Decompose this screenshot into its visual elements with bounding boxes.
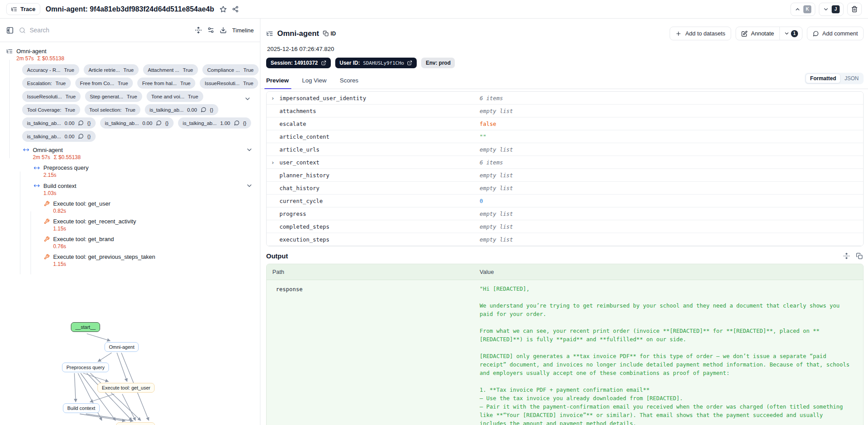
graph-node-preprocess-query[interactable]: Preprocess query: [62, 363, 109, 372]
table-row[interactable]: planner_history empty list: [267, 169, 863, 182]
score-badge[interactable]: Compliance ... True: [202, 64, 259, 75]
tab-log-view[interactable]: Log View: [302, 77, 326, 89]
table-row[interactable]: progress empty list: [267, 207, 863, 220]
score-badge[interactable]: Tone and voi... True: [147, 91, 203, 102]
score-badge[interactable]: Tool selection: True: [85, 104, 140, 115]
pencil-square-icon: [741, 31, 748, 37]
collapse-node-chevron[interactable]: [246, 182, 253, 189]
tree-settings-button[interactable]: [207, 27, 214, 34]
duration: 2m 57s: [16, 55, 34, 62]
row-key: planner_history: [279, 172, 329, 179]
table-row[interactable]: chat_history empty list: [267, 182, 863, 195]
score-badge[interactable]: is_talking_ab... 0.00 {}: [22, 131, 96, 142]
copy-id-button[interactable]: ID: [323, 31, 336, 37]
chevron-down-icon: [244, 95, 251, 102]
add-to-datasets-label: Add to datasets: [685, 30, 725, 37]
score-badge[interactable]: Tool Coverage: True: [22, 104, 80, 115]
graph-node-start[interactable]: __start__: [71, 322, 100, 332]
table-row[interactable]: › impersonated_user_identity 6 items: [267, 92, 863, 105]
tree-node-build-context[interactable]: Build context: [34, 182, 253, 189]
trace-label: Trace: [20, 6, 35, 12]
row-key: escalate: [279, 121, 306, 127]
add-to-datasets-button[interactable]: Add to datasets: [670, 27, 731, 40]
add-comment-button[interactable]: Add comment: [807, 27, 864, 40]
score-badge[interactable]: IssueResoluti... True: [22, 91, 81, 102]
score-badge[interactable]: Escalation: True: [22, 78, 71, 89]
chevron-up-icon: [794, 6, 801, 12]
output-table-header: Path Value: [267, 264, 863, 280]
tree-node-get-brand[interactable]: Execute tool: get_brand: [44, 236, 253, 242]
score-badge[interactable]: Free from Co... True: [75, 78, 133, 89]
tree-node-metrics: 2m 57sΣ $0.55138: [16, 55, 260, 62]
tree-node-get-user[interactable]: Execute tool: get_user: [44, 200, 253, 207]
score-badge[interactable]: IssueResoluti... True: [200, 78, 258, 89]
annotate-dropdown-button[interactable]: 1: [780, 30, 802, 37]
tree-node-span[interactable]: Omni-agent: [23, 146, 253, 153]
score-badge[interactable]: Attachment ... True: [143, 64, 198, 75]
collapse-node-chevron[interactable]: [244, 95, 251, 102]
score-badge[interactable]: is_talking_ab... 0.00 {}: [100, 117, 174, 129]
graph-node-execute-get-user[interactable]: Execute tool: get_user: [97, 383, 155, 393]
tab-scores[interactable]: Scores: [340, 77, 358, 89]
table-row[interactable]: article_urls empty list: [267, 143, 863, 156]
row-value: empty list: [480, 236, 513, 243]
timeline-toggle[interactable]: Timeline: [232, 27, 254, 34]
table-row[interactable]: › user_context 6 items: [267, 156, 863, 169]
duration: 2.15s: [43, 172, 260, 178]
score-badge[interactable]: Step generat... True: [85, 91, 142, 102]
score-badge[interactable]: Accuracy - R... True: [22, 64, 79, 75]
annotate-label: Annotate: [751, 30, 774, 37]
score-name: IssueResoluti...: [205, 81, 240, 86]
next-trace-button[interactable]: J: [819, 3, 844, 16]
graph-node-partial[interactable]: [116, 422, 155, 425]
tree-node-get-previous-steps-taken[interactable]: Execute tool: get_previous_steps_taken: [44, 253, 253, 260]
share-button[interactable]: [232, 6, 239, 12]
bookmark-star-button[interactable]: [220, 6, 227, 13]
score-badge[interactable]: is_talking_ab... 0.00 {}: [145, 104, 218, 115]
row-key: completed_steps: [279, 223, 329, 230]
score-extra: {}: [87, 134, 91, 139]
tree-node-root[interactable]: Omni-agent: [6, 48, 260, 55]
session-badge[interactable]: Session: 14910372: [266, 58, 331, 68]
score-name: Tool Coverage:: [27, 107, 61, 113]
prev-trace-button[interactable]: K: [790, 3, 815, 16]
search-input[interactable]: [30, 27, 190, 34]
score-badge[interactable]: Article retrie... True: [84, 64, 139, 75]
list-tree-icon: [6, 48, 13, 55]
observation-panel: Omni-agent ID Add to datasets Annotate: [261, 19, 868, 425]
tab-preview[interactable]: Preview: [266, 77, 289, 89]
tree-guide-line: [9, 60, 10, 158]
tree-node-get-recent-activity[interactable]: Execute tool: get_recent_activity: [44, 218, 253, 225]
row-key: user_context: [279, 159, 319, 166]
tree-node-label: Build context: [43, 183, 76, 189]
expand-output-button[interactable]: [843, 253, 850, 259]
table-row[interactable]: article_content "": [267, 130, 863, 143]
collapse-node-chevron[interactable]: [246, 146, 253, 153]
score-value: True: [66, 94, 76, 99]
sidebar-header: Timeline: [0, 19, 260, 42]
delete-trace-button[interactable]: [847, 3, 862, 16]
score-badge[interactable]: is_talking_ab... 1.00 {}: [178, 117, 252, 129]
copy-output-button[interactable]: [856, 253, 863, 259]
graph-node-omni-agent[interactable]: Omni-agent: [105, 342, 139, 352]
format-formatted-option[interactable]: Formatted: [806, 74, 841, 83]
table-row[interactable]: escalate false: [267, 117, 863, 130]
collapse-panel-button[interactable]: [6, 27, 14, 34]
star-icon: [220, 6, 227, 13]
table-row[interactable]: execution_steps empty list: [267, 233, 863, 246]
score-value: 0.00: [65, 121, 74, 126]
tree-node-preprocess-query[interactable]: Preprocess query: [34, 164, 253, 171]
score-badge[interactable]: is_talking_ab... 0.00 {}: [22, 117, 96, 129]
score-badge[interactable]: Free from hal... True: [137, 78, 195, 89]
table-row[interactable]: attachments empty list: [267, 105, 863, 117]
format-json-option[interactable]: JSON: [841, 74, 863, 83]
table-row[interactable]: completed_steps empty list: [267, 220, 863, 233]
expand-collapse-all-button[interactable]: [195, 27, 202, 34]
annotate-button[interactable]: Annotate: [736, 30, 779, 37]
tab-bar: Preview Log View Scores Formatted JSON: [261, 74, 868, 89]
download-button[interactable]: [220, 27, 227, 34]
user-id-badge[interactable]: User ID: SDAHUSLy9f1CHo: [335, 58, 417, 68]
graph-node-build-context[interactable]: Build context: [63, 403, 100, 413]
row-key: current_cycle: [279, 198, 323, 204]
table-row[interactable]: current_cycle 0: [267, 195, 863, 207]
